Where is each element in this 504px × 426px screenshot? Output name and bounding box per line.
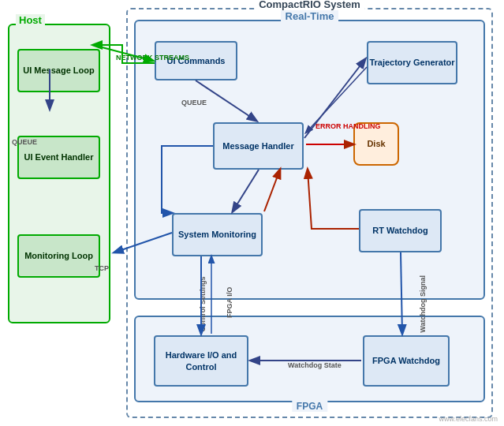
diagram: Host UI Message Loop UI Event Handler Mo…	[0, 0, 504, 426]
message-handler-box: Message Handler	[213, 122, 304, 170]
ui-message-loop-box: UI Message Loop	[17, 49, 100, 92]
host-label: Host	[16, 14, 45, 26]
monitoring-loop-box: Monitoring Loop	[17, 234, 100, 278]
host-section: Host UI Message Loop UI Event Handler Mo…	[8, 24, 110, 323]
queue2-annotation: QUEUE	[181, 99, 207, 107]
watchdog-state-annotation: Watchdog State	[288, 361, 342, 370]
error-handling-annotation: ERROR HANDLING	[315, 122, 381, 131]
fpga-watchdog-box: FPGA Watchdog	[363, 335, 450, 387]
queue1-annotation: QUEUE	[12, 138, 37, 147]
watermark: www.elecfans.com	[439, 415, 498, 423]
hardware-io-box: Hardware I/O and Control	[154, 335, 248, 387]
watchdog-signal-annotation: Watchdog Signal	[419, 275, 427, 333]
rt-watchdog-box: RT Watchdog	[359, 209, 442, 252]
crio-label: CompactRIO System	[254, 0, 365, 10]
rt-label: Real-Time	[281, 10, 339, 22]
network-streams-annotation: NETWORK STREAMS	[116, 54, 189, 62]
trajectory-generator-box: Trajectory Generator	[367, 41, 457, 84]
fpga-label: FPGA	[292, 401, 327, 412]
system-monitoring-box: System Monitoring	[172, 213, 263, 256]
tcp-annotation: TCP	[95, 264, 109, 273]
fpga-io-annotation: FPGA I/O	[226, 287, 234, 318]
control-settings-annotation: Control Settings	[199, 276, 207, 331]
